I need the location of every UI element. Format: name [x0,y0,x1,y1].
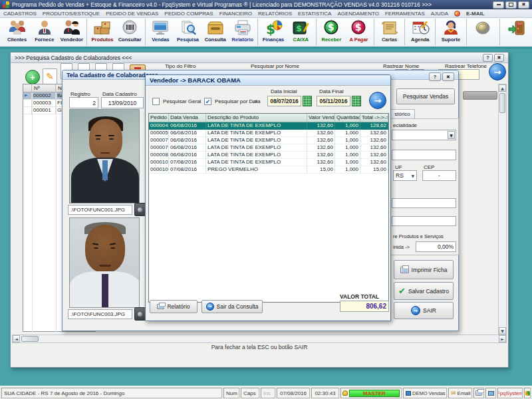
percent-field[interactable]: 0,00% [416,241,456,252]
table-row-selected[interactable]: 00000406/08/2016LATA DE TINTA DE EXEMPLO… [149,122,388,130]
close-button[interactable]: ✖ [442,72,454,81]
menu-relatorios[interactable]: RELATÓRIOS [258,11,292,17]
scroll-icon [380,19,400,37]
main-toolbar: Clientes Fornece Vendedor Produtos Consu… [0,18,532,47]
toolbar-pesquisa[interactable]: Pesquisa [174,19,201,43]
menu-cadastros[interactable]: CADASTROS [3,11,37,17]
table-row[interactable]: 00000806/08/2016LATA DE TINTA DE EXEMPLO… [149,152,388,159]
menu-financeiro[interactable]: FINANCEIRO [219,11,252,17]
text-field-1[interactable] [392,150,456,160]
scroll-left-button[interactable]: ◄ [13,335,20,342]
scrollbar-thumb[interactable] [21,336,39,342]
table-row[interactable]: 00000706/08/2016LATA DE TINTA DE EXEMPLO… [149,144,388,152]
table-row[interactable]: 00000506/08/2016LATA DE TINTA DE EXEMPLO… [149,130,388,137]
help-button[interactable]: ? [483,54,493,62]
sair-button[interactable]: → SAIR [394,302,454,319]
pesquisar-por-data-checkbox[interactable]: ✔ [204,98,211,105]
app-titlebar: Programa Pedido de Vendas + Estoque & Fi… [0,0,532,9]
toolbar-vendas[interactable]: Vendas [147,19,174,43]
table-row[interactable]: 00001007/08/2016PREGO VERMELHO15,001,000… [149,166,388,174]
toolbar-consultar[interactable]: Consultar [116,19,144,43]
status-printer[interactable] [473,388,484,398]
pesquisar-vendas-button[interactable]: Pesquisar Vendas [396,88,455,104]
scroll-right-button[interactable]: ► [499,335,506,342]
menu-pedido-vendas[interactable]: PEDIDO DE VENDAS [106,11,158,17]
calendar-button-final[interactable] [352,96,361,106]
pesquisa-window-titlebar[interactable]: >>> Pesquisa Cadastro de Colaboradores <… [11,53,508,63]
help-icon: ? [486,55,489,61]
vertical-scrollbar[interactable]: ▲ ▼ [498,84,507,335]
toolbar-a-pagar[interactable]: $ A Pagar [345,19,372,43]
vendor-icon [62,19,82,37]
toolbar-clientes[interactable]: Clientes [3,19,31,43]
menu-estatistica[interactable]: ESTATISTICA [298,11,331,17]
uf-dropdown[interactable]: RS▼ [393,170,417,181]
plus-icon: + [30,72,35,82]
add-record-button[interactable]: + [25,70,40,84]
help-button[interactable]: ? [429,72,441,81]
app-title: Programa Pedido de Vendas + Estoque & Fi… [12,1,491,8]
toolbar-cartas[interactable]: Cartas [376,19,403,43]
toolbar-separator [499,19,500,45]
toolbar-consulta[interactable]: Consulta [201,19,229,43]
toolbar-fornece[interactable]: Fornece [31,19,58,43]
toolbar-receber[interactable]: $ Receber [318,19,345,43]
salvar-cadastro-button[interactable]: ✔ Salvar Cadastro [394,282,454,300]
arrow-right-icon: → [206,303,214,311]
status-email[interactable]: ✉ Email [448,388,472,398]
camera-button-2[interactable] [134,307,146,321]
toolbar-financas[interactable]: $ Finanças [259,19,287,43]
photo1-path-field[interactable]: .\FOTO\FUNC001.JPG [68,205,132,215]
scrollbar-thumb[interactable] [499,93,505,113]
text-field-3[interactable] [392,216,456,226]
close-button[interactable]: ✖ [494,54,504,62]
imprimir-ficha-button[interactable]: Imprimir Ficha [394,260,454,279]
menu-email[interactable]: E-MAIL [466,11,485,17]
scroll-up-button[interactable]: ▲ [499,84,506,92]
scroll-down-button[interactable]: ▼ [499,327,506,334]
vendedor-dialog-titlebar[interactable]: Vendedor -> BARACK OBAMA [146,75,390,86]
toolbar-produtos[interactable]: Produtos [88,19,116,43]
registro-field[interactable]: 2 [69,97,98,108]
pesquisar-geral-checkbox[interactable] [152,98,160,105]
run-query-button[interactable]: → [369,92,386,109]
horizontal-scrollbar[interactable]: ◄ ► [12,334,507,343]
camera-button-1[interactable] [134,203,146,216]
toolbar-suporte[interactable]: Suporte [437,19,464,43]
close-button[interactable]: ✖ [518,1,529,9]
data-inicial-field[interactable]: 08/07/2016 [267,96,301,106]
toolbar-coin[interactable] [468,19,499,37]
toolbar-vendedor[interactable]: Vendedor [58,19,85,43]
menu-ajuda[interactable]: AJUDA [431,11,448,17]
relatorio-button[interactable]: Relatório [150,300,198,313]
menu-produtos-estoque[interactable]: PRODUTOS/ESTOQUE [43,11,100,17]
edit-record-button[interactable]: ✎ [43,68,57,84]
calendar-button-inicial[interactable] [303,96,312,106]
execute-search-button[interactable]: → [489,63,506,80]
text-field-2[interactable] [392,198,456,208]
data-final-field[interactable]: 05/11/2016 [317,96,350,106]
menu-ferramentas[interactable]: FERRAMENTAS [385,11,425,17]
vendedor-dialog: Vendedor -> BARACK OBAMA Pesquisar Geral… [145,74,391,321]
valor-total-field: 806,62 [340,301,389,312]
check-icon: ✔ [205,98,211,105]
status-monitor[interactable] [485,388,496,398]
data-cadastro-field[interactable]: 13/09/2010 [101,97,144,108]
sair-da-consulta-button[interactable]: → Sair da Consulta [201,300,263,313]
colaborador-photo-2 [69,217,140,308]
toolbar-relatorio[interactable]: Relatório [229,19,256,43]
maximize-button[interactable] [505,1,517,9]
toolbar-caixa[interactable]: $ CAIXA [287,19,315,43]
toolbar-agenda[interactable]: Agenda [406,19,434,43]
table-row[interactable]: 00000706/08/2016LATA DE TINTA DE EXEMPLO… [149,137,388,144]
especialidade-dropdown[interactable]: ▼ [392,130,456,140]
table-row[interactable]: 00001007/08/2016LATA DE TINTA DE EXEMPLO… [149,159,388,166]
photo2-path-field[interactable]: .\FOTO\FUNC003.JPG [68,309,132,319]
agenda-icon [410,19,430,37]
menu-agendamento[interactable]: AGENDAMENTO [337,11,379,17]
cep-field[interactable]: - [422,170,456,181]
minimize-button[interactable] [493,1,504,9]
tab-historico[interactable]: stórico [390,109,415,118]
toolbar-exit[interactable]: EXIT [501,19,532,37]
menu-pedido-compras[interactable]: PEDIDO COMPRAS [164,11,213,17]
